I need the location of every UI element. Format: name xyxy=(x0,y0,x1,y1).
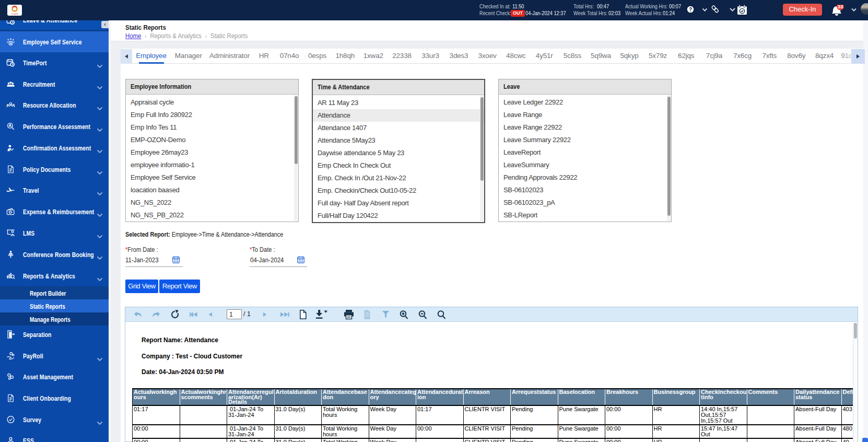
svg-text:?: ? xyxy=(689,7,692,13)
svg-text:33: 33 xyxy=(838,5,843,9)
svg-text:ZingHR: ZingHR xyxy=(11,13,18,15)
